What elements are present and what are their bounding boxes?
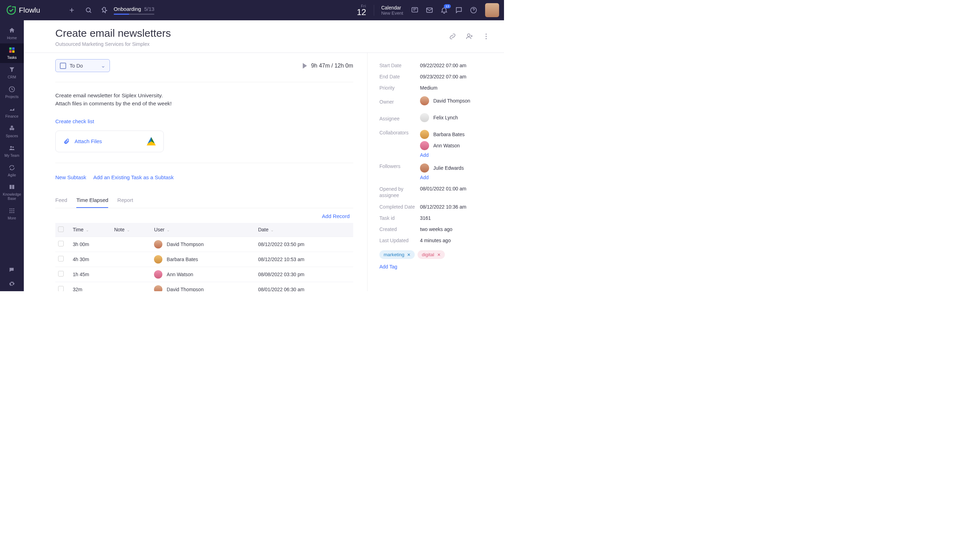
col-note[interactable]: Note⌄ — [111, 223, 151, 237]
rail-messenger[interactable] — [0, 263, 24, 277]
row-checkbox[interactable] — [58, 286, 64, 291]
rail-home[interactable]: Home — [0, 24, 24, 43]
add-tag-link[interactable]: Add Tag — [379, 264, 493, 270]
pin-icon — [101, 6, 109, 14]
person-collab[interactable]: Ann Watson — [420, 141, 465, 150]
svg-point-15 — [12, 210, 13, 212]
remove-tag-icon[interactable]: ✕ — [407, 252, 410, 257]
person-collab[interactable]: Barbara Bates — [420, 130, 465, 139]
prop-key: Owner — [379, 99, 420, 105]
play-icon[interactable] — [303, 63, 307, 68]
svg-rect-4 — [10, 48, 12, 50]
table-row[interactable]: 3h 00mDavid Thompson08/12/2022 03:50 pm — [55, 237, 353, 252]
chat-icon[interactable] — [455, 6, 463, 14]
gdrive-icon[interactable] — [147, 137, 156, 146]
help-icon[interactable] — [470, 6, 477, 14]
tag-marketing[interactable]: marketing✕ — [379, 250, 415, 259]
rail-crm[interactable]: CRM — [0, 63, 24, 83]
prop-value: 08/12/2022 10:36 am — [420, 204, 466, 210]
plus-icon[interactable] — [68, 7, 75, 13]
person-follower[interactable]: Julie Edwards — [420, 163, 464, 173]
new-subtask-link[interactable]: New Subtask — [55, 174, 86, 180]
add-existing-subtask-link[interactable]: Add an Existing Task as a Subtask — [93, 174, 173, 180]
gear-icon — [8, 280, 16, 288]
team-icon — [8, 144, 16, 152]
calendar-widget[interactable]: Calendar New Event — [374, 5, 403, 16]
rail-label: Projects — [5, 95, 18, 99]
onboarding-widget[interactable]: Onboarding 5/13 — [101, 6, 155, 15]
notification-badge: 13 — [444, 4, 451, 8]
rail-spaces[interactable]: Spaces — [0, 122, 24, 142]
svg-point-17 — [10, 212, 10, 213]
person-owner[interactable]: David Thompson — [420, 96, 470, 105]
prop-key: Completed Date — [379, 204, 420, 210]
rail-knowledge[interactable]: Knowledge Base — [0, 181, 24, 204]
sort-icon: ⌄ — [127, 228, 130, 232]
person-assignee[interactable]: Felix Lynch — [420, 113, 458, 122]
add-collaborator-link[interactable]: Add — [420, 152, 429, 158]
table-row[interactable]: 32mDavid Thompson08/01/2022 06:30 am — [55, 282, 353, 291]
desc-line: Create email newsletter for Siplex Unive… — [55, 92, 353, 99]
tab-time-elapsed[interactable]: Time Elapsed — [76, 193, 108, 208]
svg-rect-7 — [12, 50, 15, 53]
table-row[interactable]: 1h 45mAnn Watson08/08/2022 03:30 pm — [55, 267, 353, 282]
col-time[interactable]: Time⌄ — [70, 223, 111, 237]
table-row[interactable]: 4h 30mBarbara Bates08/12/2022 10:53 am — [55, 252, 353, 267]
svg-point-10 — [12, 146, 13, 148]
mail-icon[interactable] — [426, 6, 433, 14]
row-checkbox[interactable] — [58, 241, 64, 247]
notes-icon[interactable] — [411, 6, 418, 14]
tab-report[interactable]: Report — [117, 193, 133, 208]
svg-rect-5 — [12, 48, 15, 50]
tag-digital[interactable]: digital✕ — [418, 250, 445, 259]
create-checklist-link[interactable]: Create check list — [55, 118, 353, 124]
attach-files-box[interactable]: Attach Files — [55, 130, 164, 152]
rail-team[interactable]: My Team — [0, 142, 24, 161]
svg-point-21 — [485, 33, 487, 35]
svg-point-11 — [10, 208, 10, 209]
checkbox-all[interactable] — [58, 227, 64, 232]
page-subtitle: Outsourced Marketing Services for Simple… — [55, 41, 171, 47]
svg-point-23 — [485, 38, 487, 39]
rail-tasks[interactable]: Tasks — [0, 43, 24, 63]
timer-value: 9h 47m / 12h 0m — [311, 63, 353, 69]
tab-feed[interactable]: Feed — [55, 193, 67, 208]
user-avatar[interactable] — [485, 3, 499, 17]
search-icon[interactable] — [85, 7, 92, 13]
remove-tag-icon[interactable]: ✕ — [437, 252, 441, 257]
knowledge-icon — [8, 183, 16, 191]
avatar-icon — [154, 240, 162, 248]
rail-settings[interactable] — [0, 277, 24, 291]
cell-user: Ann Watson — [167, 272, 193, 277]
projects-icon — [8, 85, 16, 93]
tabs: Feed Time Elapsed Report — [55, 193, 353, 208]
add-person-icon[interactable] — [465, 33, 473, 42]
add-follower-link[interactable]: Add — [420, 175, 429, 180]
paperclip-icon — [63, 138, 70, 145]
status-select[interactable]: To Do ⌄ — [55, 59, 110, 72]
col-user[interactable]: User⌄ — [151, 223, 255, 237]
cell-date: 08/12/2022 10:53 am — [255, 252, 353, 267]
more-vert-icon[interactable] — [482, 33, 490, 42]
rail-more[interactable]: More — [0, 204, 24, 223]
col-date[interactable]: Date⌄ — [255, 223, 353, 237]
bell-icon[interactable]: 13 — [440, 6, 448, 14]
cell-date: 08/01/2022 06:30 am — [255, 282, 353, 291]
row-checkbox[interactable] — [58, 271, 64, 277]
svg-point-14 — [10, 210, 10, 212]
date-widget[interactable]: Fri 12 — [357, 4, 366, 17]
rail-agile[interactable]: Agile — [0, 161, 24, 181]
cell-time: 32m — [70, 282, 111, 291]
crm-icon — [8, 66, 16, 73]
logo[interactable]: Flowlu — [6, 5, 40, 15]
rail-projects[interactable]: Projects — [0, 83, 24, 102]
left-rail: Home Tasks CRM Projects Finance Spaces M… — [0, 20, 24, 291]
prop-value: 09/23/2022 07:00 am — [420, 74, 466, 80]
prop-key: Priority — [379, 85, 420, 91]
row-checkbox[interactable] — [58, 256, 64, 262]
add-record-link[interactable]: Add Record — [322, 213, 350, 219]
link-icon[interactable] — [449, 33, 457, 42]
prop-value: 09/22/2022 07:00 am — [420, 63, 466, 68]
rail-finance[interactable]: Finance — [0, 102, 24, 122]
cell-time: 4h 30m — [70, 252, 111, 267]
